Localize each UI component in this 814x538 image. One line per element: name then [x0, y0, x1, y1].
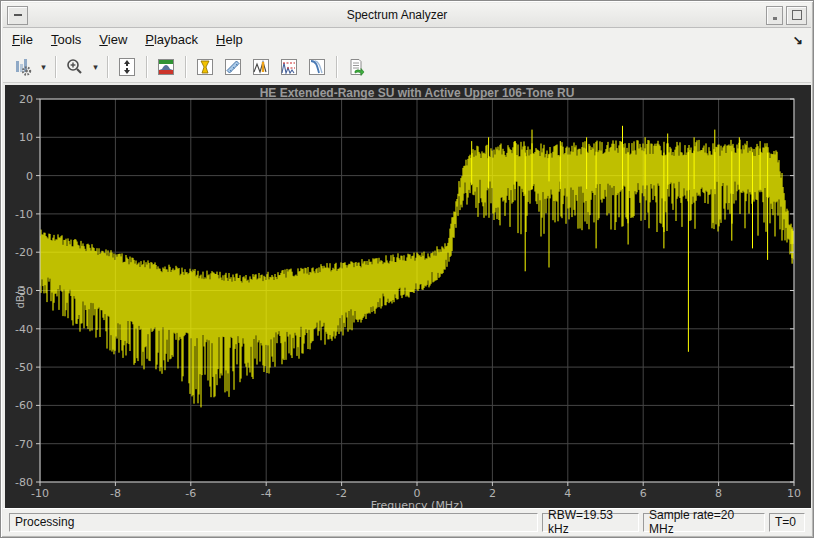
menu-view[interactable]: View: [90, 29, 136, 50]
toolbar-separator: [336, 56, 337, 78]
window-menu-icon: [14, 14, 22, 16]
svg-text:6: 6: [640, 487, 647, 500]
menu-file[interactable]: File: [3, 29, 42, 50]
plot-title: HE Extended-Range SU with Active Upper 1…: [40, 86, 794, 100]
plot-canvas[interactable]: 20100-10-20-30-40-50-60-70-80-10-8-6-4-2…: [5, 85, 811, 508]
bar-chart-gear-icon: [13, 57, 33, 77]
svg-text:2: 2: [489, 487, 496, 500]
zoom-in-icon: [65, 57, 85, 77]
generate-script-button[interactable]: [342, 53, 370, 81]
svg-text:-2: -2: [336, 487, 347, 500]
toolbar-separator: [185, 56, 186, 78]
zoom-button[interactable]: [61, 53, 89, 81]
spectral-mask-button[interactable]: [303, 53, 331, 81]
toolbar-separator: [107, 56, 108, 78]
spectrum-view-button[interactable]: [152, 53, 180, 81]
toolbar: ▾ ▾: [3, 51, 811, 83]
window-menu-button[interactable]: [7, 6, 28, 25]
toolbar-separator: [55, 56, 56, 78]
yellow-cone-icon: [195, 57, 215, 77]
peak-finder-icon: [251, 57, 271, 77]
window-minimize-button[interactable]: [766, 6, 783, 25]
spectral-mask-icon: [307, 57, 327, 77]
status-bar: Processing RBW=19.53 kHz Sample rate=20 …: [3, 508, 811, 535]
status-message: Processing: [9, 513, 538, 532]
spectrum-analyzer-window: Spectrum Analyzer File Tools View Playba…: [0, 0, 814, 538]
svg-text:4: 4: [564, 487, 571, 500]
distortion-measurements-button[interactable]: [275, 53, 303, 81]
window-title: Spectrum Analyzer: [28, 8, 766, 22]
menu-bar: File Tools View Playback Help ↘: [3, 28, 811, 52]
spectrum-settings-dropdown[interactable]: ▾: [37, 53, 50, 81]
svg-text:-8: -8: [110, 487, 121, 500]
document-green-arrow-icon: [346, 57, 366, 77]
scale-y-axis-button[interactable]: [113, 53, 141, 81]
channel-measurements-button[interactable]: [191, 53, 219, 81]
toolbar-separator: [146, 56, 147, 78]
menu-help[interactable]: Help: [207, 29, 252, 50]
window-maximize-button[interactable]: [786, 6, 807, 25]
svg-text:-6: -6: [185, 487, 196, 500]
title-bar: Spectrum Analyzer: [3, 3, 811, 28]
fit-vertical-axis-icon: [117, 57, 137, 77]
zoom-dropdown[interactable]: ▾: [89, 53, 102, 81]
ruler-icon: [223, 57, 243, 77]
svg-text:-4: -4: [261, 487, 272, 500]
y-axis-label: dBm: [9, 85, 32, 508]
svg-text:8: 8: [715, 487, 722, 500]
maximize-icon: [792, 10, 802, 20]
menu-playback[interactable]: Playback: [136, 29, 207, 50]
menu-tools[interactable]: Tools: [42, 29, 90, 50]
svg-text:10: 10: [787, 487, 801, 500]
dock-arrow-icon[interactable]: ↘: [785, 33, 811, 47]
svg-text:Frequency (MHz): Frequency (MHz): [371, 499, 463, 508]
spectrum-trace-icon: [156, 57, 176, 77]
cursor-measurements-button[interactable]: [219, 53, 247, 81]
status-sample-rate: Sample rate=20 MHz: [643, 513, 765, 532]
distortion-icon: [279, 57, 299, 77]
svg-text:-10: -10: [31, 487, 49, 500]
plot-figure: 20100-10-20-30-40-50-60-70-80-10-8-6-4-2…: [5, 85, 811, 508]
status-rbw: RBW=19.53 kHz: [542, 513, 639, 532]
minimize-icon: [773, 17, 777, 20]
spectrum-settings-button[interactable]: [9, 53, 37, 81]
peak-finder-button[interactable]: [247, 53, 275, 81]
status-time: T=0: [769, 513, 805, 532]
